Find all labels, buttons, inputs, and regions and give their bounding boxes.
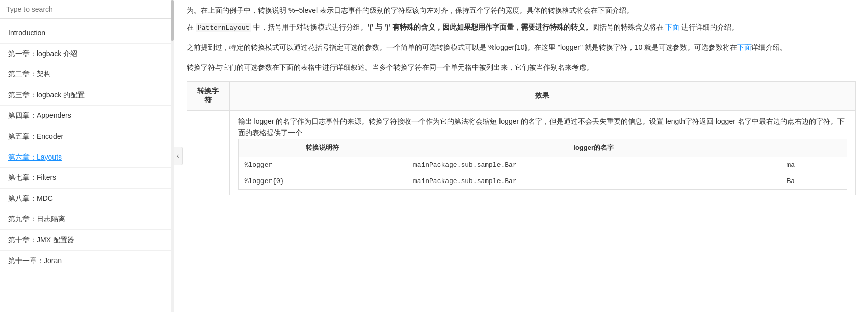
sidebar-item-chapter6[interactable]: 第六章：Layouts xyxy=(0,147,174,168)
link-below-1[interactable]: 下面 xyxy=(665,23,679,31)
main-table: 转换字符 效果 输出 logger 的名字作为日志事件的来源。转换字符接收一个作… xyxy=(187,81,856,195)
sidebar: Introduction 第一章：logback 介绍 第二章：架构 第三章：l… xyxy=(0,0,174,312)
sidebar-item-chapter5[interactable]: 第五章：Encoder xyxy=(0,126,174,147)
nav-item-label: 第十章：JMX 配置器 xyxy=(8,236,74,244)
inner-cell-result: Ba xyxy=(780,173,847,189)
chevron-left-icon: ‹ xyxy=(177,152,179,160)
inner-table: 转换说明符 logger的名字 %logger mainPackage.sub.… xyxy=(238,139,847,190)
code-pattern-layout: PatternLayout xyxy=(196,23,251,32)
inner-cell-logger-name: mainPackage.sub.sample.Bar xyxy=(407,157,780,173)
sidebar-item-chapter4[interactable]: 第四章：Appenders xyxy=(0,106,174,126)
link-below-2[interactable]: 下面 xyxy=(737,43,751,51)
nav-item-label: 第五章：Encoder xyxy=(8,132,63,140)
inner-table-header-col3 xyxy=(780,139,847,157)
sidebar-item-chapter10[interactable]: 第十章：JMX 配置器 xyxy=(0,230,174,251)
nav-item-label: 第十一章：Joran xyxy=(8,256,62,265)
table-row: 输出 logger 的名字作为日志事件的来源。转换字符接收一个作为它的第法将会缩… xyxy=(187,110,856,195)
bold-text: '(' 与 ')' 有特殊的含义，因此如果想用作字面量，需要进行特殊的转义。 xyxy=(367,23,592,31)
effect-description: 输出 logger 的名字作为日志事件的来源。转换字符接收一个作为它的第法将会缩… xyxy=(238,116,847,139)
paragraph1: 在 PatternLayout 中，括号用于对转换模式进行分组。'(' 与 ')… xyxy=(187,21,856,34)
paragraph3: 转换字符与它们的可选参数在下面的表格中进行详细叙述。当多个转换字符在同一个单元格… xyxy=(187,61,856,74)
inner-cell-result: ma xyxy=(780,157,847,173)
inner-table-row: %logger mainPackage.sub.sample.Bar ma xyxy=(238,157,847,173)
top-paragraph: 为。在上面的例子中，转换说明 %−5level 表示日志事件的级别的字符应该向左… xyxy=(187,0,856,17)
nav-item-label: 第四章：Appenders xyxy=(8,111,71,119)
sidebar-item-chapter2[interactable]: 第二章：架构 xyxy=(0,64,174,85)
search-input[interactable] xyxy=(6,5,168,13)
nav-item-label: 第三章：logback 的配置 xyxy=(8,91,85,99)
inner-cell-converter: %logger xyxy=(238,157,407,173)
table-header-col2: 效果 xyxy=(229,81,855,110)
inner-cell-logger-name: mainPackage.sub.sample.Bar xyxy=(407,173,780,189)
nav-item-label: 第二章：架构 xyxy=(8,70,51,78)
nav-list: Introduction 第一章：logback 介绍 第二章：架构 第三章：l… xyxy=(0,19,174,312)
table-cell-converter xyxy=(187,110,230,195)
search-box xyxy=(0,0,174,19)
inner-cell-converter: %logger{0} xyxy=(238,173,407,189)
nav-item-label: 第七章：Filters xyxy=(8,173,56,181)
sidebar-item-chapter8[interactable]: 第八章：MDC xyxy=(0,189,174,210)
collapse-button[interactable]: ‹ xyxy=(174,147,183,165)
sidebar-item-chapter11[interactable]: 第十一章：Joran xyxy=(0,251,174,272)
main-content: 为。在上面的例子中，转换说明 %−5level 表示日志事件的级别的字符应该向左… xyxy=(174,0,868,312)
nav-item-label: 第六章：Layouts xyxy=(8,153,62,161)
nav-item-label: 第九章：日志隔离 xyxy=(8,215,65,223)
sidebar-item-chapter7[interactable]: 第七章：Filters xyxy=(0,168,174,189)
sidebar-item-chapter9[interactable]: 第九章：日志隔离 xyxy=(0,209,174,230)
inner-table-header-col1: 转换说明符 xyxy=(238,139,407,157)
table-cell-effect: 输出 logger 的名字作为日志事件的来源。转换字符接收一个作为它的第法将会缩… xyxy=(229,110,855,195)
nav-item-label: 第一章：logback 介绍 xyxy=(8,49,77,58)
sidebar-item-introduction[interactable]: Introduction xyxy=(0,23,174,44)
sidebar-item-chapter3[interactable]: 第三章：logback 的配置 xyxy=(0,85,174,106)
scrollbar-thumb[interactable] xyxy=(171,0,174,41)
inner-table-header-col2: logger的名字 xyxy=(407,139,780,157)
nav-item-label: Introduction xyxy=(8,29,45,37)
inner-table-row: %logger{0} mainPackage.sub.sample.Bar Ba xyxy=(238,173,847,189)
nav-item-label: 第八章：MDC xyxy=(8,194,53,202)
sidebar-item-chapter1[interactable]: 第一章：logback 介绍 xyxy=(0,44,174,65)
table-header-col1: 转换字符 xyxy=(187,81,230,110)
paragraph2: 之前提到过，特定的转换模式可以通过花括号指定可选的参数。一个简单的可选转换模式可… xyxy=(187,41,856,54)
